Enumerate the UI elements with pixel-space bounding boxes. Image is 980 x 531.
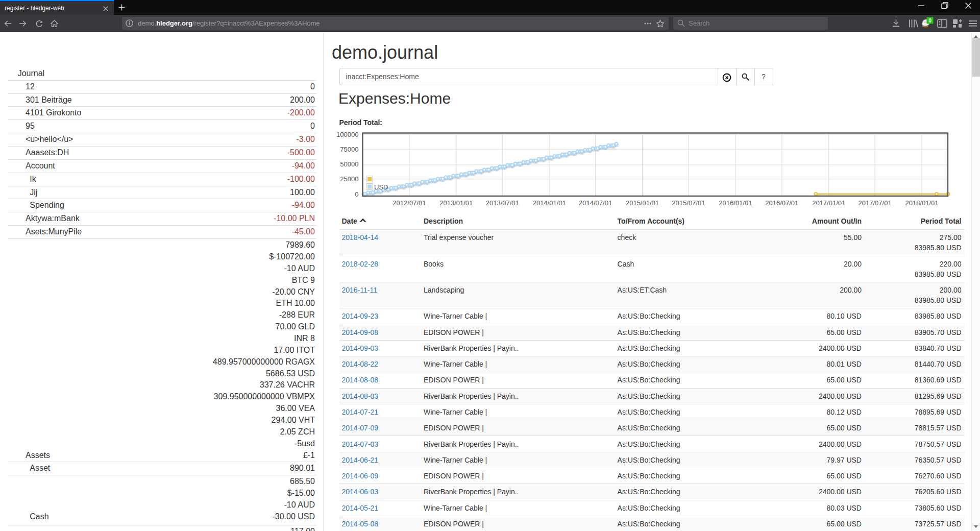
- svg-text:USD: USD: [374, 183, 388, 191]
- svg-text:2013/01/01: 2013/01/01: [439, 199, 473, 207]
- svg-text:2016/01/01: 2016/01/01: [719, 199, 752, 207]
- svg-text:2013/07/01: 2013/07/01: [486, 199, 519, 207]
- svg-text:2017/07/01: 2017/07/01: [859, 199, 892, 207]
- svg-text:2016/07/01: 2016/07/01: [765, 199, 798, 207]
- svg-text:2018/01/01: 2018/01/01: [905, 199, 938, 207]
- svg-text:0: 0: [355, 190, 358, 198]
- svg-text:2014/07/01: 2014/07/01: [579, 199, 612, 207]
- svg-text:2014/01/01: 2014/01/01: [533, 199, 566, 207]
- svg-text:2017/01/01: 2017/01/01: [812, 199, 845, 207]
- svg-text:2015/07/01: 2015/07/01: [672, 199, 705, 207]
- svg-text:25000: 25000: [340, 175, 358, 183]
- svg-text:2015/01/01: 2015/01/01: [626, 199, 659, 207]
- svg-text:50000: 50000: [340, 160, 358, 168]
- svg-text:2012/07/01: 2012/07/01: [393, 199, 426, 207]
- svg-text:0: 0: [928, 18, 932, 23]
- svg-text:100000: 100000: [336, 131, 358, 138]
- svg-text:75000: 75000: [340, 146, 358, 153]
